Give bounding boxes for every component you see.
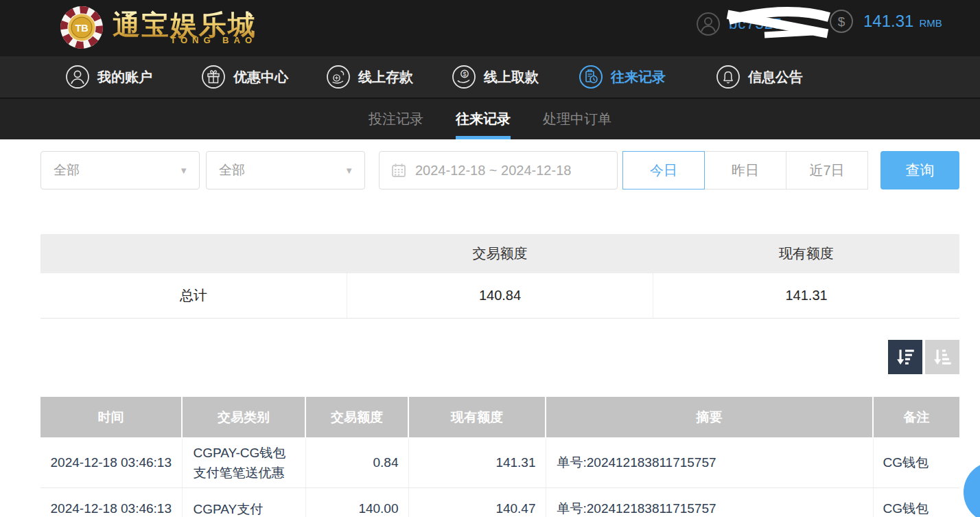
nav-label: 往来记录 <box>611 68 666 87</box>
balance-currency: RMB <box>919 14 942 29</box>
top-header: TB 通宝娱乐城 TONG BAO bc7325 <box>0 0 980 56</box>
tab-betting-records[interactable]: 投注记录 <box>369 99 423 139</box>
cell-summary: 单号:202412183811715757 <box>546 438 873 487</box>
tab-processing-orders[interactable]: 处理中订单 <box>543 99 611 139</box>
cell-summary: 单号:202412183811715757 <box>546 487 873 517</box>
logo-subtitle: TONG BAO <box>170 35 257 45</box>
content-area: 全部 ▼ 全部 ▼ 2024-12-18 ~ 2024-12-18 今日 昨日 <box>0 139 980 517</box>
nav-label: 线上存款 <box>358 68 413 87</box>
sort-desc-icon <box>894 345 917 369</box>
today-button[interactable]: 今日 <box>622 151 705 189</box>
summary-total-transaction: 140.84 <box>347 273 653 318</box>
bell-icon <box>716 65 740 89</box>
category-select[interactable]: 全部 ▼ <box>40 151 200 189</box>
nav-label: 线上取款 <box>484 68 539 87</box>
nav-label: 我的账户 <box>97 68 152 87</box>
date-range-value: 2024-12-18 ~ 2024-12-18 <box>415 163 571 179</box>
sort-button-group <box>888 340 959 374</box>
svg-text:$: $ <box>463 71 466 78</box>
records-table: 时间 交易类别 交易额度 现有额度 摘要 备注 2024-12-18 03:46… <box>40 397 959 517</box>
balance-display[interactable]: $ 141.31 RMB <box>829 9 942 34</box>
account-icon <box>65 65 90 89</box>
deposit-icon <box>326 65 351 89</box>
records-header-row: 时间 交易类别 交易额度 现有额度 摘要 备注 <box>40 397 959 438</box>
cell-current-balance: 141.31 <box>408 438 546 487</box>
last7days-button[interactable]: 近7日 <box>786 151 868 189</box>
user-account[interactable]: bc7325 <box>696 9 832 39</box>
poker-chip-icon: TB <box>59 5 104 50</box>
nav-item-withdraw[interactable]: $ 线上取款 <box>452 56 539 97</box>
subcategory-select[interactable]: 全部 ▼ <box>206 151 365 189</box>
site-logo[interactable]: TB 通宝娱乐城 TONG BAO <box>59 5 257 50</box>
summary-table: 交易额度 现有额度 总计 140.84 141.31 <box>40 234 959 319</box>
records-icon <box>579 65 603 89</box>
withdraw-icon: $ <box>452 65 476 89</box>
summary-header-row: 交易额度 现有额度 <box>40 234 959 273</box>
table-row: 2024-12-18 03:46:13 CGPAY-CG钱包支付笔笔送优惠 0.… <box>40 438 959 487</box>
gift-icon <box>201 65 226 89</box>
cell-type: CGPAY-CG钱包支付笔笔送优惠 <box>182 438 305 487</box>
logo-text: 通宝娱乐城 TONG BAO <box>113 10 257 45</box>
balance-amount: 141.31 <box>863 12 913 31</box>
summary-header-empty <box>40 234 347 273</box>
nav-item-promotions[interactable]: 优惠中心 <box>201 56 288 97</box>
header-type: 交易类别 <box>182 397 305 438</box>
dollar-coin-icon: $ <box>829 9 854 34</box>
quick-range-group: 今日 昨日 近7日 <box>623 151 868 189</box>
chevron-down-icon: ▼ <box>179 165 188 176</box>
cell-remark: CG钱包 <box>873 487 959 517</box>
header-remark: 备注 <box>873 397 959 438</box>
page: TB 通宝娱乐城 TONG BAO bc7325 <box>0 0 980 517</box>
header-current-balance: 现有额度 <box>408 397 546 438</box>
record-subtabs: 投注记录 往来记录 处理中订单 <box>0 99 980 139</box>
cell-transaction-amount: 0.84 <box>305 438 408 487</box>
svg-text:TB: TB <box>75 23 88 34</box>
summary-total-label: 总计 <box>40 273 347 318</box>
date-range-input[interactable]: 2024-12-18 ~ 2024-12-18 <box>379 151 618 189</box>
table-row: 2024-12-18 03:46:13 CGPAY支付 140.00 140.4… <box>40 487 959 517</box>
summary-header-transaction: 交易额度 <box>347 234 653 273</box>
user-profile-icon <box>696 12 721 36</box>
nav-label: 信息公告 <box>748 68 803 87</box>
sort-asc-icon <box>931 345 954 369</box>
chevron-down-icon: ▼ <box>345 165 353 176</box>
category-select-value: 全部 <box>54 161 80 179</box>
header-transaction-amount: 交易额度 <box>305 397 408 438</box>
cell-type: CGPAY支付 <box>182 487 305 517</box>
nav-item-deposit[interactable]: 线上存款 <box>326 56 413 97</box>
summary-total-balance: 141.31 <box>653 273 959 318</box>
nav-item-announcements[interactable]: 信息公告 <box>716 56 803 97</box>
sort-ascending-button[interactable] <box>925 340 959 374</box>
cell-time: 2024-12-18 03:46:13 <box>40 438 182 487</box>
header-summary: 摘要 <box>546 397 873 438</box>
nav-item-records[interactable]: 往来记录 <box>579 56 666 97</box>
main-navigation: 我的账户 优惠中心 线上存款 <box>0 56 980 99</box>
tab-transaction-records[interactable]: 往来记录 <box>456 99 511 139</box>
cell-transaction-amount: 140.00 <box>305 487 408 517</box>
summary-header-balance: 现有额度 <box>653 234 959 273</box>
username-text: bc7325 <box>729 15 782 33</box>
summary-total-row: 总计 140.84 141.31 <box>40 273 959 318</box>
header-time: 时间 <box>40 397 182 438</box>
nav-item-my-account[interactable]: 我的账户 <box>65 56 152 97</box>
calendar-icon <box>390 162 407 179</box>
nav-label: 优惠中心 <box>233 68 288 87</box>
sort-descending-button[interactable] <box>888 340 922 374</box>
cell-time: 2024-12-18 03:46:13 <box>40 487 182 517</box>
cell-current-balance: 140.47 <box>408 487 546 517</box>
search-button[interactable]: 查询 <box>880 151 959 189</box>
svg-text:$: $ <box>838 14 845 29</box>
subcategory-select-value: 全部 <box>219 161 245 179</box>
yesterday-button[interactable]: 昨日 <box>704 151 786 189</box>
cell-remark: CG钱包 <box>873 438 959 487</box>
